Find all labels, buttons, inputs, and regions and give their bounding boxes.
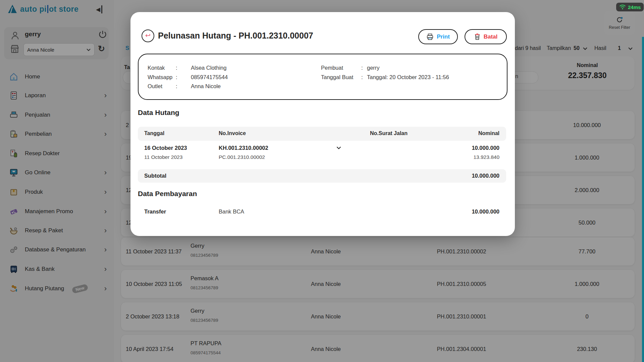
back-button[interactable]: ↩ <box>142 29 154 42</box>
info-label: Pembuat <box>321 65 361 71</box>
info-line: Whatsapp:085974175544 <box>148 73 228 82</box>
subtotal-row: Subtotal 10.000.000 <box>138 169 506 183</box>
info-right-column: Pembuat:gerryTanggal Buat:Tanggal: 20 Oc… <box>321 63 449 82</box>
payment-detail: Bank BCA <box>219 208 244 215</box>
cancel-button[interactable]: Batal <box>465 29 507 44</box>
hutang-invoice: PC.001.2310.00002 <box>219 154 265 160</box>
info-label: Whatsapp <box>148 74 176 80</box>
col-invoice: No.Invoice <box>219 130 246 136</box>
hutang-nominal: 13.923.840 <box>473 154 499 160</box>
settlement-info-box: Kontak:Alsea ClothingWhatsapp:0859741755… <box>138 54 507 100</box>
info-label: Outlet <box>148 83 176 89</box>
info-label: Kontak <box>148 65 176 71</box>
info-line: Pembuat:gerry <box>321 63 449 73</box>
print-button[interactable]: Print <box>418 29 458 44</box>
info-line: Kontak:Alsea Clothing <box>148 63 228 73</box>
latency-value: 24ms <box>628 4 641 10</box>
expand-chevron-down-icon[interactable] <box>336 146 341 149</box>
hutang-table-header: Tanggal No.Invoice No.Surat Jalan Nomina… <box>138 127 506 141</box>
printer-icon <box>426 34 434 40</box>
hutang-tanggal: 11 October 2023 <box>144 154 182 160</box>
info-label: Tanggal Buat <box>321 74 361 80</box>
pelunasan-hutang-modal: ↩ Pelunasan Hutang - PH.001.2310.00007 P… <box>130 12 515 236</box>
modal-title: Pelunasan Hutang - PH.001.2310.00007 <box>158 31 313 41</box>
hutang-nominal: 10.000.000 <box>472 145 499 151</box>
col-nominal: Nominal <box>478 130 499 136</box>
trash-icon <box>474 33 481 40</box>
subtotal-value: 10.000.000 <box>472 173 499 179</box>
col-surat-jalan: No.Surat Jalan <box>355 130 422 136</box>
wifi-icon <box>619 4 626 10</box>
info-line: Outlet:Anna Nicole <box>148 82 228 91</box>
info-left-column: Kontak:Alsea ClothingWhatsapp:0859741755… <box>148 63 228 91</box>
col-tanggal: Tanggal <box>144 130 164 136</box>
undo-arrow-icon: ↩ <box>145 32 151 39</box>
subtotal-label: Subtotal <box>144 173 166 179</box>
hutang-tanggal: 16 October 2023 <box>144 145 187 151</box>
data-pembayaran-heading: Data Pembayaran <box>138 190 197 198</box>
info-value: 085974175544 <box>191 74 228 80</box>
info-value: Alsea Clothing <box>191 65 226 71</box>
right-edge-accent-bar <box>642 37 644 362</box>
info-value: Tanggal: 20 October 2023 - 11:56 <box>367 74 449 80</box>
hutang-invoice: KH.001.2310.00002 <box>219 145 268 151</box>
info-value: gerry <box>367 65 380 71</box>
data-hutang-heading: Data Hutang <box>138 109 179 117</box>
info-line: Tanggal Buat:Tanggal: 20 October 2023 - … <box>321 73 449 82</box>
payment-amount: 10.000.000 <box>472 208 499 215</box>
payment-method: Transfer <box>144 208 166 215</box>
info-value: Anna Nicole <box>191 83 221 89</box>
latency-badge: 24ms <box>616 3 644 11</box>
